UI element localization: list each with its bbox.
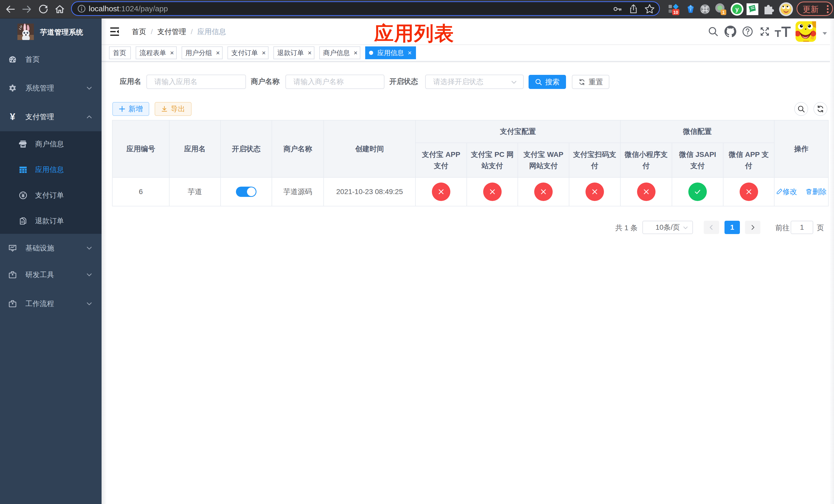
svg-text:y: y (735, 6, 739, 13)
svg-text:1: 1 (722, 10, 724, 15)
svg-text:10: 10 (674, 10, 678, 15)
